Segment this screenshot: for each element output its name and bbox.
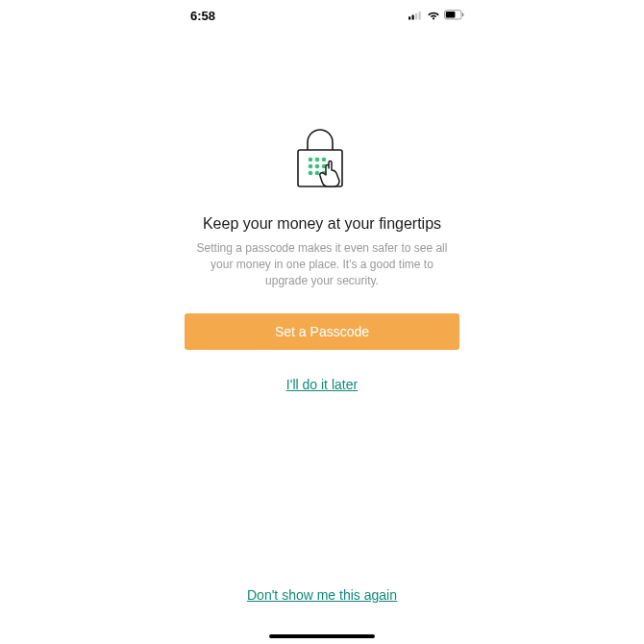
cellular-icon [409,7,423,24]
svg-point-11 [322,158,327,162]
svg-point-12 [309,164,313,169]
headline: Keep your money at your fingertips [203,215,441,233]
svg-rect-1 [412,15,414,20]
svg-point-4 [433,17,434,19]
svg-rect-0 [409,16,410,19]
svg-point-15 [309,171,313,176]
svg-rect-3 [419,12,421,19]
status-time: 6:58 [190,9,215,23]
home-indicator[interactable] [269,634,375,638]
battery-icon [444,7,465,24]
do-it-later-link[interactable]: I'll do it later [286,377,358,392]
svg-rect-2 [415,13,417,20]
svg-point-13 [315,164,320,169]
svg-rect-6 [446,12,456,18]
svg-point-10 [315,158,320,162]
main-content: Keep your money at your fingertips Setti… [161,27,483,392]
footer-area: Don't show me this again [161,586,483,604]
wifi-icon [427,7,440,24]
status-icons-group [409,7,465,24]
set-passcode-button[interactable]: Set a Passcode [185,313,459,350]
subtext: Setting a passcode makes it even safer t… [185,240,459,288]
status-bar: 6:58 [161,0,483,27]
svg-rect-7 [462,13,463,17]
dont-show-again-link[interactable]: Don't show me this again [247,587,397,603]
svg-point-16 [315,171,320,176]
passcode-illustration [285,121,359,200]
svg-point-9 [309,158,313,162]
phone-screen: 6:58 [161,0,483,644]
